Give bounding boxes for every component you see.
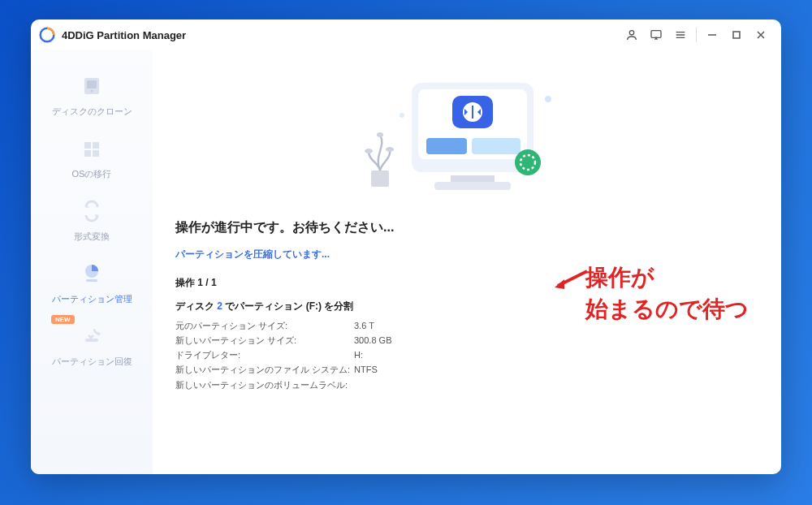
svg-rect-26	[451, 175, 495, 182]
partition-manage-icon	[77, 259, 106, 288]
main-content: 操作が進行中です。お待ちください... パーティションを圧縮しています... 操…	[153, 50, 781, 474]
detail-row: 新しいパーティションのボリュームラベル:	[175, 378, 758, 392]
svg-rect-13	[84, 142, 91, 149]
annotation-overlay: 操作が始まるので待つ	[585, 261, 749, 325]
os-migration-icon	[77, 134, 106, 163]
titlebar: 4DDiG Partition Manager	[31, 19, 781, 50]
svg-rect-7	[733, 32, 740, 38]
svg-point-1	[629, 31, 633, 35]
menu-icon[interactable]	[668, 23, 693, 47]
svg-rect-11	[87, 80, 97, 88]
app-logo-icon	[39, 27, 55, 43]
app-window: 4DDiG Partition Manager ディスクのクローン OSの移行 …	[31, 19, 781, 474]
new-badge: NEW	[51, 315, 75, 324]
sidebar-item-label: パーティション管理	[52, 293, 132, 305]
svg-rect-14	[93, 142, 99, 149]
minimize-button[interactable]	[700, 23, 724, 47]
maximize-button[interactable]	[724, 23, 749, 47]
detail-row: 新しいパーティションのファイル システム:NTFS	[175, 362, 758, 377]
svg-rect-20	[371, 170, 389, 187]
operation-details: 元のパーティション サイズ:3.6 T 新しいパーティション サイズ:300.8…	[175, 318, 758, 392]
svg-rect-31	[426, 138, 467, 154]
close-button[interactable]	[749, 23, 773, 47]
feedback-icon[interactable]	[644, 23, 668, 47]
disk-clone-icon	[77, 71, 106, 101]
operation-heading: 操作が進行中です。お待ちください...	[175, 219, 758, 236]
sidebar: ディスクのクローン OSの移行 形式変換 パーティション管理 NEW パーティシ…	[31, 50, 153, 474]
svg-point-36	[400, 113, 404, 118]
svg-rect-32	[472, 138, 520, 154]
sidebar-item-label: OSの移行	[72, 168, 112, 180]
svg-point-22	[386, 147, 394, 152]
operation-illustration-icon	[361, 67, 572, 208]
format-convert-icon	[77, 196, 106, 226]
detail-row: 新しいパーティション サイズ:300.8 GB	[175, 333, 758, 347]
svg-point-23	[377, 132, 383, 137]
user-icon[interactable]	[620, 23, 644, 47]
svg-point-33	[515, 149, 541, 175]
sidebar-item-label: パーティション回復	[52, 356, 132, 368]
detail-row: ドライブレター:H:	[175, 347, 758, 362]
svg-rect-18	[86, 279, 97, 282]
operation-title: ディスク 2 でパーティション (F:) を分割	[175, 300, 758, 313]
sidebar-item-format-convert[interactable]: 形式変換	[43, 190, 140, 249]
annotation-text: 操作が始まるので待つ	[585, 261, 749, 325]
svg-rect-16	[93, 150, 99, 157]
partition-recovery-icon	[77, 322, 106, 351]
sidebar-item-partition-recovery[interactable]: NEW パーティション回復	[43, 315, 140, 374]
sidebar-item-label: ディスクのクローン	[52, 106, 132, 118]
sidebar-item-partition-manage[interactable]: パーティション管理	[43, 252, 140, 312]
svg-point-35	[545, 96, 551, 102]
svg-rect-15	[84, 150, 91, 157]
detail-row: 元のパーティション サイズ:3.6 T	[175, 318, 758, 333]
app-title: 4DDiG Partition Manager	[62, 29, 186, 41]
operation-status: パーティションを圧縮しています...	[175, 248, 758, 261]
svg-rect-19	[85, 339, 98, 342]
sidebar-item-os-migration[interactable]: OSの移行	[43, 127, 140, 187]
svg-point-12	[91, 90, 93, 93]
sidebar-item-disk-clone[interactable]: ディスクのクローン	[43, 65, 140, 124]
svg-rect-27	[434, 182, 511, 190]
sidebar-item-label: 形式変換	[74, 231, 110, 243]
svg-point-21	[365, 149, 373, 153]
operation-count: 操作 1 / 1	[175, 276, 758, 290]
